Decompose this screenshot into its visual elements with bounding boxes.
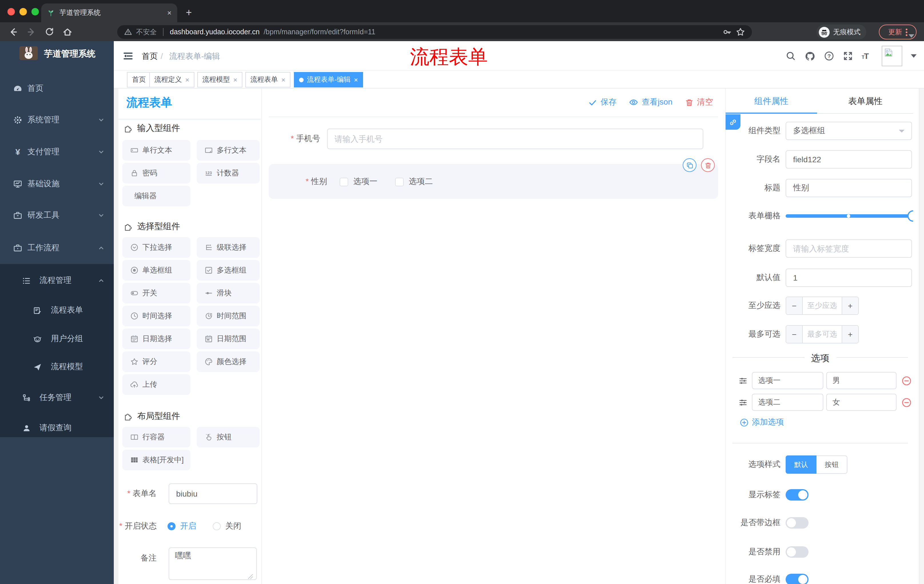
avatar-caret-icon[interactable]: [911, 54, 917, 58]
browser-tab[interactable]: 芋道管理系统 ×: [41, 3, 177, 22]
bookmark-star-icon[interactable]: [736, 28, 745, 36]
chip-cascader[interactable]: 级联选择: [197, 237, 260, 258]
gender-option2-label[interactable]: 选项二: [409, 176, 433, 187]
gender-option1-label[interactable]: 选项一: [353, 176, 377, 187]
view-json-button[interactable]: 查看json: [629, 97, 672, 107]
increase-button[interactable]: +: [842, 297, 858, 314]
chip-color-picker[interactable]: 颜色选择: [197, 351, 260, 372]
search-icon[interactable]: [785, 51, 796, 61]
option2-value-input[interactable]: [826, 394, 896, 411]
avatar[interactable]: [882, 46, 902, 66]
chip-button[interactable]: 按钮: [197, 427, 260, 447]
clear-button[interactable]: 清空: [685, 97, 713, 107]
phone-input[interactable]: [327, 128, 703, 149]
tab-close-icon[interactable]: ×: [233, 76, 237, 84]
remove-option-icon[interactable]: [902, 376, 911, 385]
sidebar-fold-icon[interactable]: [123, 51, 133, 61]
gender-option2-checkbox[interactable]: [395, 178, 404, 186]
increase-button[interactable]: +: [842, 326, 858, 343]
chip-select[interactable]: 下拉选择: [122, 237, 190, 258]
decrease-button[interactable]: −: [786, 326, 803, 343]
chip-password[interactable]: 密码: [122, 163, 190, 183]
tab-close-icon[interactable]: ×: [354, 76, 358, 84]
chip-radio-group[interactable]: 单选框组: [122, 260, 190, 281]
delete-component-button[interactable]: [701, 158, 715, 172]
gender-option1-checkbox[interactable]: [340, 178, 348, 186]
chip-date-picker[interactable]: 日期选择: [122, 329, 190, 349]
status-on-radio[interactable]: [168, 522, 175, 530]
slider-handle[interactable]: [908, 210, 913, 222]
chip-row-container[interactable]: 行容器: [122, 427, 190, 447]
sidebar-logo[interactable]: 芋道管理系统: [0, 41, 114, 69]
component-type-select[interactable]: 多选框组: [785, 122, 912, 140]
chip-time-range[interactable]: 时间范围: [197, 306, 260, 326]
page-tab-process-form-edit[interactable]: 流程表单-编辑×: [294, 72, 363, 87]
tab-close-icon[interactable]: ×: [281, 76, 285, 84]
not-secure-warning-icon[interactable]: [124, 28, 132, 36]
chip-date-range[interactable]: 日期范围: [197, 329, 260, 349]
sidebar-item-task-manage[interactable]: 任务管理: [0, 383, 114, 412]
form-name-input[interactable]: [169, 483, 257, 504]
zoom-window-button[interactable]: [31, 8, 39, 15]
option1-label-input[interactable]: [752, 372, 823, 389]
chip-rate[interactable]: 评分: [122, 351, 190, 372]
page-tab-home[interactable]: 首页: [127, 72, 151, 87]
close-window-button[interactable]: [7, 8, 15, 15]
tab-close-icon[interactable]: ×: [167, 8, 172, 17]
with-border-toggle[interactable]: [785, 517, 808, 528]
decrease-button[interactable]: −: [786, 297, 803, 314]
reload-icon[interactable]: [45, 27, 54, 36]
chip-switch[interactable]: 开关: [122, 283, 190, 303]
page-tab-process-model[interactable]: 流程模型×: [197, 72, 243, 87]
tab-form-props[interactable]: 表单属性: [817, 89, 913, 113]
chip-table[interactable]: 表格[开发中]: [122, 450, 190, 470]
left-scrollbar[interactable]: [114, 89, 118, 584]
page-tab-process-definition[interactable]: 流程定义×: [149, 72, 195, 87]
chip-slider[interactable]: 滑块: [197, 283, 260, 303]
drag-handle-icon[interactable]: [739, 376, 747, 385]
page-tab-process-form[interactable]: 流程表单×: [245, 72, 290, 87]
sidebar-item-infrastructure[interactable]: 基础设施: [0, 168, 114, 200]
sidebar-item-process-manage[interactable]: 流程管理: [0, 266, 114, 295]
tab-close-icon[interactable]: ×: [185, 76, 189, 84]
drag-handle-icon[interactable]: [739, 398, 747, 406]
password-key-icon[interactable]: [723, 28, 732, 36]
security-label[interactable]: 不安全: [136, 27, 157, 37]
forward-icon[interactable]: [26, 26, 36, 37]
label-width-input[interactable]: [785, 239, 912, 258]
form-remark-textarea[interactable]: 嘿嘿: [169, 548, 257, 580]
url-path[interactable]: /bpm/manager/form/edit?formId=11: [264, 28, 375, 36]
chrome-caret-icon[interactable]: [909, 34, 914, 38]
breadcrumb-home[interactable]: 首页: [142, 51, 158, 62]
home-icon[interactable]: [62, 26, 73, 37]
sidebar-item-devtools[interactable]: 研发工具: [0, 199, 114, 232]
chip-checkbox-group[interactable]: 多选框组: [197, 260, 260, 281]
font-size-icon[interactable]: TT: [862, 51, 873, 61]
minimize-window-button[interactable]: [20, 8, 27, 15]
default-value-input[interactable]: [785, 268, 912, 287]
chip-multiline-text[interactable]: 多行文本: [197, 140, 260, 161]
sidebar-item-system[interactable]: 系统管理: [0, 104, 114, 136]
status-on-label[interactable]: 开启: [180, 521, 196, 531]
resize-grip-icon[interactable]: [248, 574, 253, 579]
chip-editor[interactable]: 编辑器: [122, 186, 190, 206]
sidebar-item-payment[interactable]: ¥ 支付管理: [0, 136, 114, 168]
chip-time-picker[interactable]: 时间选择: [122, 306, 190, 326]
disabled-toggle[interactable]: [785, 546, 808, 558]
add-option-button[interactable]: 添加选项: [740, 417, 784, 428]
save-button[interactable]: 保存: [589, 97, 617, 107]
copy-component-button[interactable]: [683, 158, 696, 172]
sidebar-item-workflow[interactable]: 工作流程: [0, 232, 114, 264]
min-select-placeholder[interactable]: 至少应选: [803, 297, 842, 314]
sidebar-item-home[interactable]: 首页: [0, 72, 114, 105]
option1-value-input[interactable]: [826, 372, 896, 389]
remove-option-icon[interactable]: [902, 397, 911, 407]
status-off-label[interactable]: 关闭: [225, 521, 241, 531]
browser-menu-icon[interactable]: [906, 28, 907, 36]
tab-component-props[interactable]: 组件属性: [726, 89, 817, 113]
chip-counter[interactable]: 123 计数器: [197, 163, 260, 183]
help-icon[interactable]: ?: [824, 51, 834, 61]
option2-label-input[interactable]: [752, 394, 823, 411]
chip-upload[interactable]: 上传: [122, 374, 190, 395]
title-input[interactable]: [785, 179, 912, 197]
